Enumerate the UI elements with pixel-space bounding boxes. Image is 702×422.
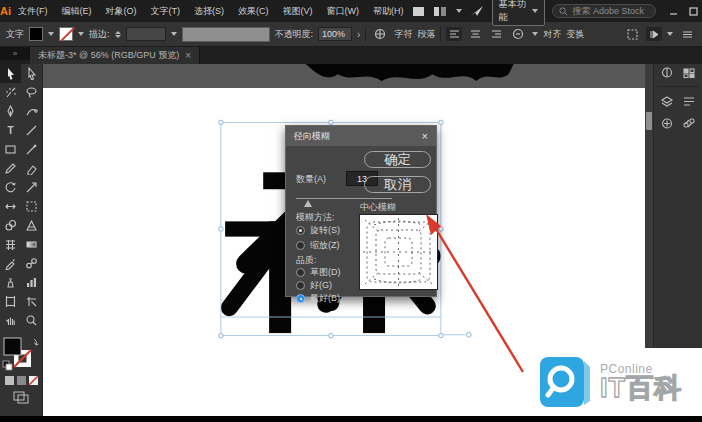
blend-tool[interactable] (21, 254, 42, 273)
lasso-tool[interactable] (21, 83, 42, 102)
ok-button[interactable]: 确定 (364, 151, 431, 168)
panel-menu-icon[interactable] (678, 27, 696, 41)
illustrator-window: Ai 文件(F) 编辑(E) 对象(O) 文字(T) 选择(S) 效果(C) 视… (0, 0, 702, 422)
links-panel-icon[interactable] (678, 112, 700, 134)
align-panel-link[interactable]: 对齐 (543, 28, 561, 41)
magic-wand-tool[interactable] (0, 83, 21, 102)
quality-good-radio[interactable]: 好(G) (296, 279, 332, 292)
dialog-title-bar[interactable]: 径向模糊 × (286, 126, 436, 146)
opacity-chevron-icon[interactable]: › (357, 29, 360, 40)
stroke-swatch[interactable] (59, 27, 73, 41)
menu-help[interactable]: 帮助(H) (366, 5, 411, 18)
swatches-panel-icon[interactable] (678, 61, 700, 83)
radial-blur-dialog[interactable]: 径向模糊 × 数量(A) 13 确定 取消 模糊方法: 旋转(S) 缩放(Z) … (285, 125, 437, 297)
radio-unselected-icon (296, 268, 305, 277)
shape-builder-tool[interactable] (0, 216, 21, 235)
eyedropper-tool[interactable] (0, 254, 21, 273)
document-layout-icon[interactable] (433, 4, 449, 18)
dock-collapse-handle[interactable] (646, 112, 652, 130)
method-zoom-radio[interactable]: 缩放(Z) (296, 239, 340, 252)
amount-slider-thumb[interactable] (304, 200, 312, 207)
search-icon (559, 7, 568, 16)
stroke-caret-icon[interactable] (78, 32, 84, 36)
arrange-documents-icon[interactable] (411, 4, 427, 18)
width-tool[interactable] (0, 197, 21, 216)
search-placeholder: 搜索 Adobe Stock (572, 5, 644, 18)
menu-edit[interactable]: 编辑(E) (55, 5, 99, 18)
menu-select[interactable]: 选择(S) (187, 5, 231, 18)
cancel-button[interactable]: 取消 (364, 176, 431, 193)
stock-search-input[interactable]: 搜索 Adobe Stock (552, 4, 656, 18)
symbol-sprayer-tool[interactable] (0, 273, 21, 292)
transform-panel-link[interactable]: 变换 (566, 28, 584, 41)
rotate-tool[interactable] (0, 178, 21, 197)
text-options-icon[interactable] (509, 27, 527, 41)
layers-panel-icon[interactable] (656, 90, 678, 112)
type-tool[interactable]: T (0, 121, 21, 140)
variable-width-profile-field[interactable] (182, 27, 270, 42)
share-icon[interactable] (469, 4, 485, 18)
libraries-panel-icon[interactable] (656, 112, 678, 134)
stroke-weight-caret-icon[interactable] (171, 32, 177, 36)
artboard-tool[interactable] (0, 292, 21, 311)
menu-view[interactable]: 视图(V) (276, 5, 320, 18)
direct-selection-tool[interactable] (21, 64, 42, 83)
text-options-caret-icon[interactable] (532, 32, 538, 36)
slice-tool[interactable] (21, 292, 42, 311)
pen-tool[interactable] (0, 102, 21, 121)
scale-tool[interactable] (21, 178, 42, 197)
menu-type[interactable]: 文字(T) (144, 5, 188, 18)
perspective-grid-tool[interactable] (21, 216, 42, 235)
amount-slider-track[interactable] (296, 198, 392, 199)
workspace-switcher[interactable]: 基本功能 (492, 0, 546, 26)
properties-panel-icon[interactable] (678, 90, 700, 112)
quality-draft-radio[interactable]: 草图(D) (296, 266, 341, 279)
selection-tool[interactable] (0, 64, 21, 83)
menu-effect[interactable]: 效果(C) (231, 5, 276, 18)
stroke-weight-stepper[interactable] (115, 31, 121, 38)
align-right-button[interactable] (488, 27, 504, 41)
hand-tool[interactable] (0, 311, 21, 330)
document-tab-bar: » 未标题-3* @ 56% (RGB/GPU 预览) × (0, 47, 702, 64)
minimize-button[interactable] (663, 1, 683, 21)
opacity-label[interactable]: 不透明度: (275, 28, 314, 41)
opacity-value[interactable]: 100% (318, 27, 352, 41)
menu-object[interactable]: 对象(O) (99, 5, 144, 18)
align-left-button[interactable] (446, 27, 462, 41)
column-graph-tool[interactable] (21, 273, 42, 292)
method-spin-label: 旋转(S) (310, 224, 340, 237)
make-envelope-icon[interactable] (371, 27, 389, 41)
eraser-tool[interactable] (21, 159, 42, 178)
pencil-tool[interactable] (0, 159, 21, 178)
select-similar-icon[interactable] (623, 27, 641, 41)
stroke-weight-field[interactable] (126, 27, 166, 41)
toolbar-collapse-button[interactable]: » (0, 47, 30, 60)
isolate-object-button[interactable] (646, 27, 662, 41)
fill-stroke-controls[interactable] (0, 334, 42, 414)
fill-caret-icon[interactable] (48, 32, 54, 36)
fill-swatch[interactable] (29, 27, 43, 41)
line-segment-tool[interactable] (21, 121, 42, 140)
dialog-close-icon[interactable]: × (422, 130, 428, 142)
zoom-tool[interactable] (21, 311, 42, 330)
menu-window[interactable]: 窗口(W) (320, 5, 367, 18)
paintbrush-tool[interactable] (21, 140, 42, 159)
align-center-button[interactable] (467, 27, 483, 41)
rectangle-tool[interactable] (0, 140, 21, 159)
color-panel-icon[interactable] (656, 61, 678, 83)
blur-center-preview[interactable] (359, 214, 438, 290)
tools-panel: T (0, 64, 43, 416)
paragraph-panel-link[interactable]: 段落 (417, 28, 435, 41)
quality-best-radio[interactable]: 最好(B) (296, 292, 340, 305)
isolate-caret-icon[interactable] (667, 32, 673, 36)
character-panel-link[interactable]: 字符 (394, 28, 412, 41)
gradient-tool[interactable] (21, 235, 42, 254)
maximize-button[interactable] (683, 1, 702, 21)
document-tab[interactable]: 未标题-3* @ 56% (RGB/GPU 预览) × (30, 47, 200, 64)
menu-file[interactable]: 文件(F) (11, 5, 55, 18)
free-transform-tool[interactable] (21, 197, 42, 216)
curvature-tool[interactable] (21, 102, 42, 121)
document-close-icon[interactable]: × (185, 50, 191, 61)
mesh-tool[interactable] (0, 235, 21, 254)
method-spin-radio[interactable]: 旋转(S) (296, 224, 340, 237)
